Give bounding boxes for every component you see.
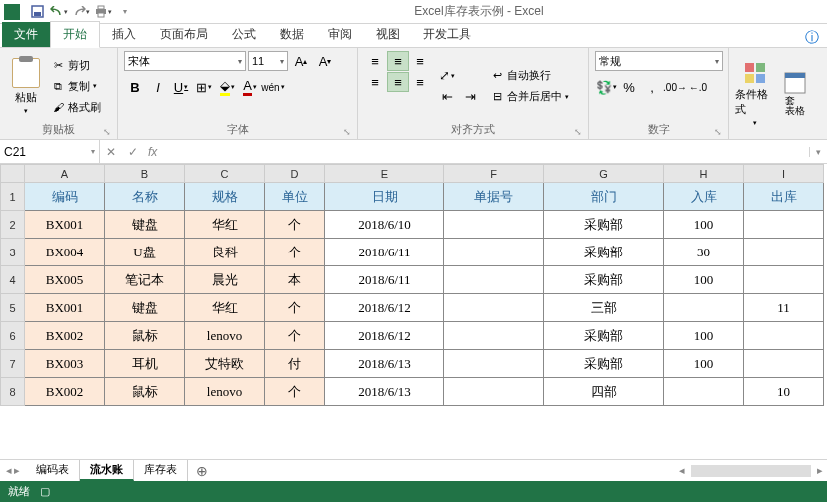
tab-file[interactable]: 文件 xyxy=(2,22,50,47)
cell[interactable]: 耳机 xyxy=(105,350,185,378)
dialog-launcher-icon[interactable]: ⤡ xyxy=(714,127,722,137)
orientation-button[interactable]: ⤢▾ xyxy=(436,66,458,86)
cell[interactable]: 100 xyxy=(664,266,744,294)
cell[interactable]: 华红 xyxy=(185,294,265,322)
new-sheet-button[interactable]: ⊕ xyxy=(188,463,216,479)
cell[interactable]: BX001 xyxy=(25,211,105,239)
col-header[interactable]: D xyxy=(265,165,325,183)
decrease-decimal-button[interactable]: ←.0 xyxy=(687,77,709,97)
comma-button[interactable]: , xyxy=(641,77,663,97)
cut-button[interactable]: ✂剪切 xyxy=(49,55,103,75)
cell[interactable]: 良科 xyxy=(185,239,265,266)
save-button[interactable] xyxy=(26,2,48,22)
increase-indent-button[interactable]: ⇥ xyxy=(459,87,481,107)
accounting-format-button[interactable]: 💱▾ xyxy=(595,77,617,97)
cell[interactable]: 个 xyxy=(265,211,325,239)
cell[interactable]: 鼠标 xyxy=(105,322,185,350)
macro-record-icon[interactable]: ▢ xyxy=(40,485,50,498)
cell[interactable] xyxy=(444,211,544,239)
phonetic-button[interactable]: wén▾ xyxy=(262,77,284,97)
percent-button[interactable]: % xyxy=(618,77,640,97)
cell[interactable]: 个 xyxy=(265,294,325,322)
col-header[interactable]: H xyxy=(664,165,744,183)
cell[interactable]: 10 xyxy=(744,378,824,406)
row-header[interactable]: 1 xyxy=(1,183,25,211)
hscroll-left[interactable]: ◂ xyxy=(675,464,689,477)
sheet-nav-prev[interactable]: ◂ xyxy=(6,464,12,477)
col-header[interactable]: F xyxy=(444,165,544,183)
cell[interactable] xyxy=(744,211,824,239)
header-cell[interactable]: 名称 xyxy=(105,183,185,211)
qat-customize[interactable]: ▾ xyxy=(114,2,136,22)
paste-button[interactable]: 粘贴 ▾ xyxy=(6,51,46,121)
header-cell[interactable]: 编码 xyxy=(25,183,105,211)
header-cell[interactable]: 单位 xyxy=(265,183,325,211)
cell[interactable] xyxy=(664,294,744,322)
quickprint-button[interactable]: ▾ xyxy=(92,2,114,22)
wrap-text-button[interactable]: ↩自动换行 xyxy=(488,66,571,86)
row-header[interactable]: 2 xyxy=(1,211,25,239)
cell[interactable]: 2018/6/11 xyxy=(325,239,444,266)
cancel-formula-icon[interactable]: ✕ xyxy=(100,145,122,159)
cell[interactable] xyxy=(744,322,824,350)
worksheet-grid[interactable]: ABCDEFGHI1编码名称规格单位日期单据号部门入库出库2BX001键盘华红个… xyxy=(0,164,827,459)
align-right-button[interactable]: ≡ xyxy=(410,72,431,92)
align-center-button[interactable]: ≡ xyxy=(387,72,409,92)
cell[interactable]: 采购部 xyxy=(544,266,664,294)
cell[interactable] xyxy=(444,239,544,266)
expand-formula-bar[interactable]: ▾ xyxy=(809,147,827,157)
header-cell[interactable]: 入库 xyxy=(664,183,744,211)
help-icon[interactable]: ⓘ xyxy=(805,29,819,47)
copy-button[interactable]: ⧉复制▾ xyxy=(49,76,103,96)
cell[interactable] xyxy=(664,378,744,406)
col-header[interactable]: C xyxy=(185,165,265,183)
cell[interactable]: BX002 xyxy=(25,322,105,350)
font-size-combo[interactable]: 11▾ xyxy=(248,51,288,71)
tab-data[interactable]: 数据 xyxy=(268,22,316,47)
cell[interactable] xyxy=(744,239,824,266)
sheet-tab[interactable]: 编码表 xyxy=(26,460,80,481)
sheet-tab[interactable]: 库存表 xyxy=(134,460,188,481)
number-format-combo[interactable]: 常规▾ xyxy=(595,51,723,71)
cell[interactable]: 个 xyxy=(265,239,325,266)
cell[interactable]: 采购部 xyxy=(544,239,664,266)
increase-decimal-button[interactable]: .00→ xyxy=(664,77,686,97)
font-name-combo[interactable]: 宋体▾ xyxy=(124,51,246,71)
row-header[interactable]: 8 xyxy=(1,378,25,406)
cell[interactable]: 个 xyxy=(265,322,325,350)
row-header[interactable]: 5 xyxy=(1,294,25,322)
cell[interactable] xyxy=(744,266,824,294)
align-top-button[interactable]: ≡ xyxy=(364,51,386,71)
cell[interactable]: 键盘 xyxy=(105,294,185,322)
row-header[interactable]: 4 xyxy=(1,266,25,294)
cell[interactable]: 11 xyxy=(744,294,824,322)
cell[interactable]: BX004 xyxy=(25,239,105,266)
dialog-launcher-icon[interactable]: ⤡ xyxy=(103,127,111,137)
cell[interactable]: BX002 xyxy=(25,378,105,406)
col-header[interactable]: B xyxy=(105,165,185,183)
col-header[interactable]: E xyxy=(325,165,444,183)
cell[interactable]: BX001 xyxy=(25,294,105,322)
cell[interactable]: 100 xyxy=(664,350,744,378)
conditional-format-button[interactable]: 条件格式▾ xyxy=(735,51,775,137)
cell[interactable]: 100 xyxy=(664,211,744,239)
row-header[interactable]: 7 xyxy=(1,350,25,378)
cell[interactable] xyxy=(444,266,544,294)
decrease-indent-button[interactable]: ⇤ xyxy=(436,87,458,107)
header-cell[interactable]: 日期 xyxy=(325,183,444,211)
formatpainter-button[interactable]: 🖌格式刷 xyxy=(49,97,103,117)
cell[interactable]: 本 xyxy=(265,266,325,294)
cell[interactable]: 三部 xyxy=(544,294,664,322)
dialog-launcher-icon[interactable]: ⤡ xyxy=(574,127,582,137)
cell[interactable]: 采购部 xyxy=(544,211,664,239)
fill-color-button[interactable]: ⬙▾ xyxy=(216,77,238,97)
cell[interactable]: 华红 xyxy=(185,211,265,239)
col-header[interactable]: A xyxy=(25,165,105,183)
sheet-tab[interactable]: 流水账 xyxy=(80,460,134,481)
cell[interactable]: 晨光 xyxy=(185,266,265,294)
tab-insert[interactable]: 插入 xyxy=(100,22,148,47)
cell[interactable]: 个 xyxy=(265,378,325,406)
cell[interactable]: 2018/6/13 xyxy=(325,350,444,378)
align-bottom-button[interactable]: ≡ xyxy=(410,51,431,71)
italic-button[interactable]: I xyxy=(147,77,169,97)
